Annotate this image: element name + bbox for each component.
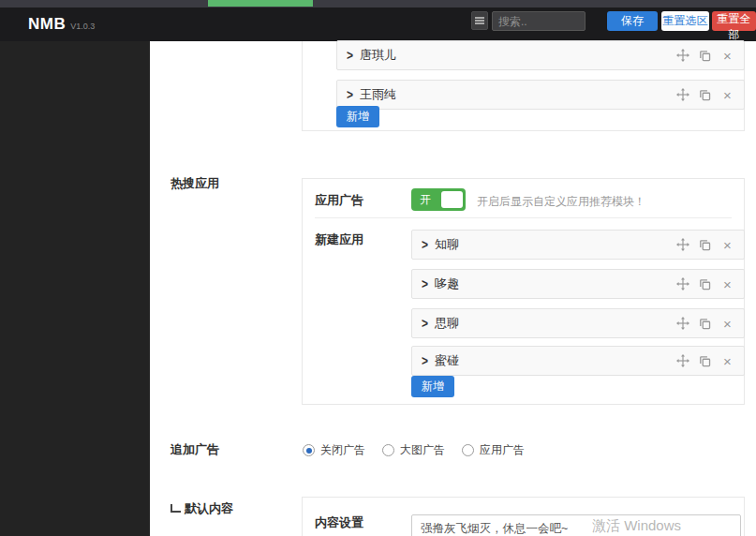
list-item[interactable]: > 蜜碰 × (411, 346, 745, 376)
copy-icon[interactable] (698, 277, 712, 291)
add-item-button[interactable]: 新增 (336, 106, 379, 127)
sidebar (0, 41, 150, 536)
topbar: NMB V1.0.3 保存 重置选区 重置全部 (0, 7, 756, 41)
radio-icon (462, 444, 474, 456)
version-label: V1.0.3 (70, 22, 95, 31)
move-icon[interactable] (675, 317, 689, 331)
move-icon[interactable] (675, 49, 689, 63)
app-logo: NMB V1.0.3 (28, 7, 95, 41)
logo-text: NMB (28, 15, 66, 34)
default-content-panel: 内容设置 (302, 497, 745, 536)
radio-option-close-ad[interactable]: 关闭广告 (303, 442, 365, 458)
copy-icon[interactable] (698, 88, 712, 102)
content-setting-label: 内容设置 (315, 514, 363, 531)
radio-icon (382, 444, 394, 456)
search-input[interactable] (492, 11, 586, 31)
chevron-right-icon: > (422, 237, 428, 252)
reset-selection-button[interactable]: 重置选区 (661, 11, 709, 31)
reset-all-button[interactable]: 重置全部 (712, 11, 756, 31)
list-item[interactable]: > 哆趣 × (411, 269, 745, 299)
radio-option-app-ad[interactable]: 应用广告 (462, 442, 525, 458)
delete-icon[interactable]: × (720, 277, 734, 291)
section-label-hot-apps: 热搜应用 (170, 175, 219, 192)
append-ad-radio-group: 关闭广告 大图广告 应用广告 (303, 442, 525, 458)
collapse-menu-button[interactable] (471, 11, 488, 30)
hot-apps-panel: 应用广告 开 开启后显示自定义应用推荐模块！ 新建应用 > 知聊 × > 哆趣 (302, 178, 745, 405)
copy-icon[interactable] (698, 317, 712, 331)
save-button[interactable]: 保存 (607, 11, 658, 31)
section-label-default-content: 默认内容 (170, 500, 233, 517)
new-apps-label: 新建应用 (315, 231, 363, 248)
menu-icon (475, 17, 484, 24)
item-label: 知聊 (435, 236, 459, 253)
move-icon[interactable] (675, 277, 689, 291)
move-icon[interactable] (675, 354, 689, 368)
chevron-right-icon: > (422, 353, 428, 368)
delete-icon[interactable]: × (720, 238, 734, 252)
list-item[interactable]: > 知聊 × (411, 230, 745, 260)
app-ad-toggle[interactable]: 开 (411, 188, 466, 211)
tab-progress-bar (208, 0, 313, 7)
move-icon[interactable] (675, 88, 689, 102)
item-label: 王雨纯 (360, 86, 396, 103)
list-item[interactable]: > 思聊 × (411, 308, 745, 338)
tree-connector-icon (170, 504, 181, 513)
toggle-on-label: 开 (420, 192, 431, 208)
copy-icon[interactable] (698, 49, 712, 63)
move-icon[interactable] (675, 238, 689, 252)
delete-icon[interactable]: × (720, 354, 734, 368)
radio-option-big-image-ad[interactable]: 大图广告 (382, 442, 445, 458)
app-ad-hint: 开启后显示自定义应用推荐模块！ (477, 194, 645, 210)
chevron-right-icon: > (347, 48, 353, 63)
radio-icon (303, 444, 315, 456)
item-label: 思聊 (435, 315, 459, 332)
delete-icon[interactable]: × (720, 49, 734, 63)
item-label: 蜜碰 (435, 352, 459, 369)
copy-icon[interactable] (698, 354, 712, 368)
list-item[interactable]: > 王雨纯 × (336, 80, 745, 110)
delete-icon[interactable]: × (720, 88, 734, 102)
app-ad-label: 应用广告 (315, 192, 363, 209)
item-label: 唐琪儿 (360, 47, 396, 64)
chevron-right-icon: > (422, 316, 428, 331)
toggle-knob (441, 191, 463, 208)
chevron-right-icon: > (347, 87, 353, 102)
chevron-right-icon: > (422, 276, 428, 291)
section-label-append-ad: 追加广告 (170, 441, 219, 458)
row-divider (315, 217, 732, 218)
model-list-panel: > 唐琪儿 × > 王雨纯 × 新增 (302, 41, 745, 131)
delete-icon[interactable]: × (720, 317, 734, 331)
content-setting-input[interactable] (411, 514, 741, 536)
copy-icon[interactable] (698, 238, 712, 252)
list-item[interactable]: > 唐琪儿 × (336, 40, 745, 70)
item-label: 哆趣 (435, 275, 459, 292)
browser-strip (0, 0, 756, 7)
add-app-button[interactable]: 新增 (411, 376, 454, 397)
